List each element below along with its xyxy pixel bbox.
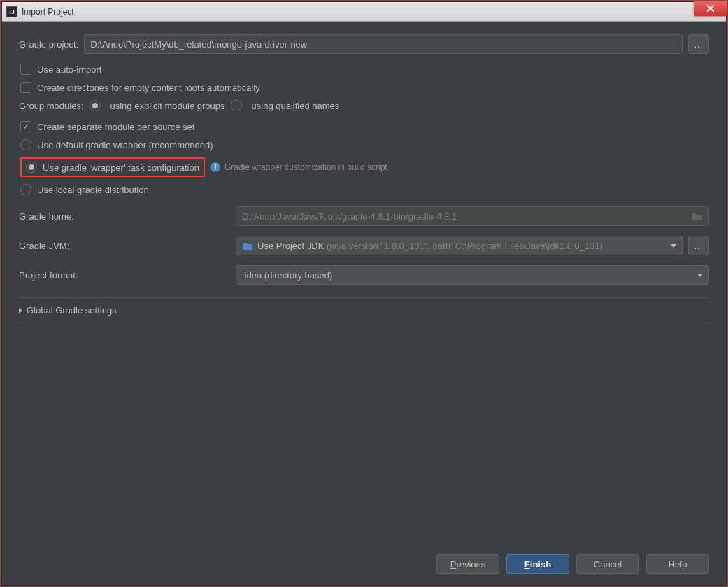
- window-title: Import Project: [22, 7, 74, 17]
- help-button[interactable]: Help: [646, 554, 709, 574]
- auto-import-checkbox[interactable]: [20, 64, 31, 75]
- wrapper-task-row: Use gradle 'wrapper' task configuration …: [19, 157, 709, 177]
- close-button[interactable]: [694, 1, 727, 16]
- gradle-jvm-detail: (java version "1.8.0_131", path: C:\Prog…: [327, 241, 603, 251]
- previous-button[interactable]: Previous: [436, 554, 499, 574]
- dialog-content: Gradle project: … Use auto-import Create…: [2, 22, 726, 546]
- titlebar: IJ Import Project: [2, 2, 726, 22]
- gradle-jvm-value: Use Project JDK: [257, 241, 324, 251]
- gradle-home-input: D:/Anuo/Java/JavaTools/gradle-4.8.1-bin/…: [236, 206, 709, 226]
- group-qualified-radio[interactable]: [231, 100, 242, 111]
- gradle-jvm-dropdown[interactable]: Use Project JDK (java version "1.8.0_131…: [236, 236, 683, 255]
- create-dirs-row[interactable]: Create directories for empty content roo…: [19, 82, 709, 93]
- gradle-jvm-label: Gradle JVM:: [19, 241, 236, 251]
- group-modules-label: Group modules:: [19, 101, 84, 111]
- chevron-down-icon: [671, 244, 676, 248]
- gradle-home-row: Gradle home: D:/Anuo/Java/JavaTools/grad…: [19, 206, 709, 226]
- auto-import-label: Use auto-import: [37, 64, 101, 75]
- jdk-folder-icon: [242, 241, 253, 250]
- gradle-project-row: Gradle project: …: [19, 34, 709, 54]
- browse-gradle-project-button[interactable]: …: [688, 34, 709, 54]
- wrapper-default-row[interactable]: Use default gradle wrapper (recommended): [19, 139, 709, 150]
- gradle-jvm-row: Gradle JVM: Use Project JDK (java versio…: [19, 236, 709, 255]
- project-format-row: Project format: .idea (directory based): [19, 265, 709, 285]
- gradle-project-label: Gradle project:: [19, 39, 78, 50]
- wrapper-default-radio[interactable]: [20, 139, 31, 150]
- gradle-home-label: Gradle home:: [19, 211, 236, 222]
- group-modules-row: Group modules: using explicit module gro…: [19, 100, 709, 111]
- chevron-right-icon: [19, 308, 22, 313]
- gradle-home-value: D:/Anuo/Java/JavaTools/gradle-4.8.1-bin/…: [242, 211, 457, 222]
- browse-jvm-button[interactable]: …: [688, 236, 709, 255]
- group-explicit-option[interactable]: using explicit module groups: [90, 100, 225, 111]
- local-dist-row[interactable]: Use local gradle distribution: [19, 184, 709, 195]
- info-icon: i: [210, 162, 220, 172]
- group-qualified-option[interactable]: using qualified names: [231, 100, 340, 111]
- wrapper-task-radio[interactable]: [26, 162, 37, 173]
- project-format-label: Project format:: [19, 270, 236, 281]
- local-dist-label: Use local gradle distribution: [37, 185, 149, 195]
- dialog-footer: Previous Finish Cancel Help: [2, 546, 726, 585]
- local-dist-radio[interactable]: [20, 184, 31, 195]
- app-icon: IJ: [6, 6, 17, 17]
- import-project-dialog: IJ Import Project Gradle project: … Use …: [1, 1, 727, 586]
- folder-icon: [692, 212, 703, 220]
- chevron-down-icon: [697, 274, 703, 277]
- project-format-value: .idea (directory based): [242, 270, 332, 281]
- close-icon: [706, 4, 715, 13]
- wrapper-task-label: Use gradle 'wrapper' task configuration: [43, 162, 199, 173]
- cancel-button[interactable]: Cancel: [576, 554, 639, 574]
- separate-module-row[interactable]: Create separate module per source set: [19, 121, 709, 132]
- group-explicit-radio[interactable]: [90, 100, 101, 111]
- separator: [19, 320, 709, 320]
- global-settings-label: Global Gradle settings: [27, 305, 117, 316]
- separate-module-checkbox[interactable]: [20, 121, 31, 132]
- create-dirs-checkbox[interactable]: [20, 82, 31, 93]
- wrapper-default-label: Use default gradle wrapper (recommended): [37, 140, 213, 150]
- separator: [19, 297, 709, 298]
- wrapper-hint: Gradle wrapper customization in build sc…: [224, 162, 387, 172]
- group-explicit-label: using explicit module groups: [110, 101, 225, 111]
- gradle-project-input[interactable]: [84, 34, 683, 54]
- project-format-dropdown[interactable]: .idea (directory based): [236, 265, 709, 285]
- highlight-annotation: Use gradle 'wrapper' task configuration: [20, 157, 205, 177]
- finish-button[interactable]: Finish: [506, 554, 569, 574]
- global-settings-expander[interactable]: Global Gradle settings: [19, 305, 709, 316]
- create-dirs-label: Create directories for empty content roo…: [37, 83, 260, 93]
- separate-module-label: Create separate module per source set: [37, 122, 194, 132]
- auto-import-row[interactable]: Use auto-import: [19, 64, 709, 75]
- group-qualified-label: using qualified names: [252, 101, 340, 111]
